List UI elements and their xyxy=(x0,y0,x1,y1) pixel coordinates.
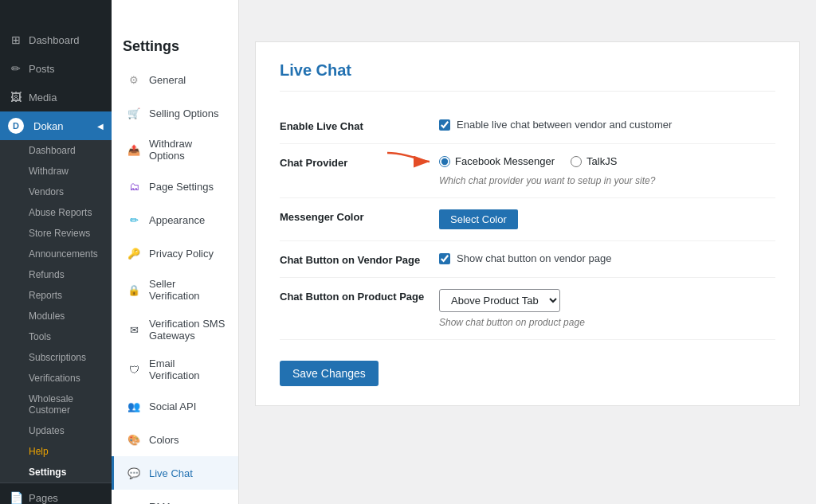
save-row: Save Changes xyxy=(280,340,775,386)
submenu-verifications[interactable]: Verifications xyxy=(0,368,112,389)
settings-nav-seller-verification[interactable]: 🔒 Seller Verification xyxy=(112,270,238,310)
submenu-wholesale-customer[interactable]: Wholesale Customer xyxy=(0,389,112,420)
save-changes-button[interactable]: Save Changes xyxy=(280,361,379,386)
chat-button-vendor-row: Chat Button on Vendor Page Show chat but… xyxy=(280,241,775,278)
submenu-store-reviews[interactable]: Store Reviews xyxy=(0,223,112,244)
sidebar-item-dokan[interactable]: D Dokan ◀ xyxy=(0,111,112,140)
rma-icon: ↩ xyxy=(125,498,143,504)
dokan-icon: D xyxy=(8,118,24,134)
settings-navigation: Settings ⚙ General 🛒 Selling Options 📤 W… xyxy=(112,0,239,504)
sidebar-item-media[interactable]: 🖼 Media xyxy=(0,83,112,111)
settings-title: Settings xyxy=(112,25,238,63)
settings-nav-social-api[interactable]: 👥 Social API xyxy=(112,389,238,423)
privacy-icon: 🔑 xyxy=(125,244,143,262)
facebook-radio[interactable] xyxy=(439,156,450,167)
chat-button-product-row: Chat Button on Product Page Above Produc… xyxy=(280,278,775,340)
talkjs-label: TalkJS xyxy=(586,155,617,167)
talkjs-radio[interactable] xyxy=(571,156,582,167)
submenu-tools[interactable]: Tools xyxy=(0,326,112,347)
submenu-updates[interactable]: Updates xyxy=(0,420,112,441)
withdraw-icon: 📤 xyxy=(125,141,143,158)
messenger-color-label: Messenger Color xyxy=(280,209,439,223)
submenu-reports[interactable]: Reports xyxy=(0,285,112,306)
submenu-refunds[interactable]: Refunds xyxy=(0,264,112,285)
chat-button-vendor-control: Show chat button on vendor page xyxy=(439,252,775,264)
submenu-announcements[interactable]: Announcements xyxy=(0,244,112,264)
settings-nav-selling-options[interactable]: 🛒 Selling Options xyxy=(112,96,238,130)
settings-nav-colors[interactable]: 🎨 Colors xyxy=(112,423,238,456)
colors-icon: 🎨 xyxy=(125,431,143,448)
enable-live-chat-label: Enable Live Chat xyxy=(280,119,439,132)
settings-nav-general[interactable]: ⚙ General xyxy=(112,63,238,96)
messenger-color-row: Messenger Color Select Color xyxy=(280,198,775,241)
settings-nav-live-chat[interactable]: 💬 Live Chat xyxy=(112,456,238,490)
seller-icon: 🔒 xyxy=(125,281,143,299)
submenu-help[interactable]: Help xyxy=(0,441,112,462)
submenu-abuse-reports[interactable]: Abuse Reports xyxy=(0,202,112,223)
settings-nav-appearance[interactable]: ✏ Appearance xyxy=(112,203,238,236)
vendor-chat-checkbox[interactable] xyxy=(439,253,450,264)
appearance-icon: ✏ xyxy=(125,211,143,229)
sidebar-item-pages[interactable]: 📄 Pages xyxy=(0,483,112,504)
settings-nav-verification-sms[interactable]: ✉ Verification SMS Gateways xyxy=(112,310,238,350)
gear-icon: ⚙ xyxy=(125,71,143,88)
enable-live-chat-checkbox-row: Enable live chat between vendor and cust… xyxy=(439,119,775,131)
pages-icon: 📄 xyxy=(8,490,24,504)
wp-admin-sidebar: ⊞ Dashboard ✏ Posts 🖼 Media D Dokan ◀ Da… xyxy=(0,0,112,504)
radio-facebook-messenger[interactable]: Facebook Messenger xyxy=(439,155,555,167)
product-page-position-select[interactable]: Above Product TabBelow Product TabIn Tab xyxy=(439,289,560,312)
main-content: Live Chat Enable Live Chat Enable live c… xyxy=(239,0,816,504)
radio-talkjs[interactable]: TalkJS xyxy=(571,155,617,167)
messenger-color-control: Select Color xyxy=(439,209,775,229)
submenu-withdraw[interactable]: Withdraw xyxy=(0,161,112,182)
dokan-arrow: ◀ xyxy=(97,122,104,131)
chat-button-product-control: Above Product TabBelow Product TabIn Tab… xyxy=(439,289,775,328)
sms-icon: ✉ xyxy=(125,321,143,338)
settings-nav-withdraw-options[interactable]: 📤 Withdraw Options xyxy=(112,130,238,170)
live-chat-panel: Live Chat Enable Live Chat Enable live c… xyxy=(255,41,800,406)
sidebar-item-posts[interactable]: ✏ Posts xyxy=(0,54,112,83)
enable-live-chat-checkbox-label: Enable live chat between vendor and cust… xyxy=(457,119,672,131)
submenu-modules[interactable]: Modules xyxy=(0,306,112,326)
submenu-vendors[interactable]: Vendors xyxy=(0,182,112,202)
product-page-helper: Show chat button on product page xyxy=(439,317,775,328)
settings-nav-privacy-policy[interactable]: 🔑 Privacy Policy xyxy=(112,236,238,270)
submenu-subscriptions[interactable]: Subscriptions xyxy=(0,347,112,368)
chat-button-product-label: Chat Button on Product Page xyxy=(280,289,439,303)
chat-provider-row: Chat Provider xyxy=(280,144,775,198)
chat-provider-radio-group: Facebook Messenger TalkJS xyxy=(439,155,617,167)
vendor-chat-label: Show chat button on vendor page xyxy=(457,252,611,264)
social-icon: 👥 xyxy=(125,397,143,415)
settings-nav-rma[interactable]: ↩ RMA xyxy=(112,490,238,504)
live-chat-icon: 💬 xyxy=(125,464,143,482)
chat-provider-helper: Which chat provider you want to setup in… xyxy=(439,175,775,186)
media-icon: 🖼 xyxy=(8,89,24,105)
dokan-submenu: Dashboard Withdraw Vendors Abuse Reports… xyxy=(0,140,112,483)
facebook-label: Facebook Messenger xyxy=(455,155,555,167)
submenu-settings[interactable]: Settings xyxy=(0,462,112,483)
chat-provider-control: Facebook Messenger TalkJS Which chat pro… xyxy=(439,155,775,186)
enable-live-chat-control: Enable live chat between vendor and cust… xyxy=(439,119,775,131)
cart-icon: 🛒 xyxy=(125,104,143,122)
page-settings-icon: 🗂 xyxy=(125,178,143,195)
select-color-button[interactable]: Select Color xyxy=(439,209,518,229)
submenu-dashboard[interactable]: Dashboard xyxy=(0,140,112,161)
enable-live-chat-checkbox[interactable] xyxy=(439,119,450,131)
enable-live-chat-row: Enable Live Chat Enable live chat betwee… xyxy=(280,107,775,144)
settings-nav-page-settings[interactable]: 🗂 Page Settings xyxy=(112,170,238,203)
dashboard-icon: ⊞ xyxy=(8,32,24,48)
posts-icon: ✏ xyxy=(8,61,24,76)
chat-button-vendor-checkbox-row: Show chat button on vendor page xyxy=(439,252,775,264)
sidebar-item-dashboard[interactable]: ⊞ Dashboard xyxy=(0,25,112,54)
red-arrow-indicator xyxy=(383,149,435,174)
settings-nav-email-verification[interactable]: 🛡 Email Verification xyxy=(112,350,238,389)
panel-title: Live Chat xyxy=(280,61,775,92)
sidebar-section-bottom: 📄 Pages 💬 Comments 🛒 WooCommerce xyxy=(0,483,112,504)
email-icon: 🛡 xyxy=(125,361,143,378)
chat-button-vendor-label: Chat Button on Vendor Page xyxy=(280,252,439,266)
